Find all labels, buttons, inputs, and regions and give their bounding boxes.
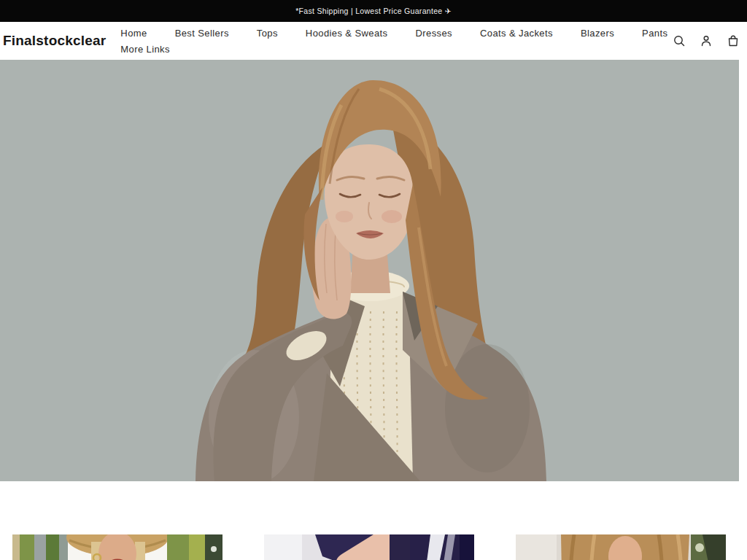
nav-link-coats-jackets[interactable]: Coats & Jackets	[480, 28, 553, 39]
product-card-3[interactable]	[516, 534, 726, 560]
main-nav: Home Best Sellers Tops Hoodies & Sweats …	[120, 25, 673, 57]
hero-image	[0, 60, 739, 481]
nav-link-home[interactable]: Home	[120, 28, 147, 39]
product-grid	[0, 534, 747, 560]
product-card-2[interactable]	[264, 534, 474, 560]
announcement-text: *Fast Shipping | Lowest Price Guarantee …	[295, 7, 452, 15]
product-image-2	[264, 534, 474, 560]
product-image-3	[516, 534, 726, 560]
nav-link-hoodies-sweats[interactable]: Hoodies & Sweats	[306, 28, 388, 39]
announcement-bar: *Fast Shipping | Lowest Price Guarantee …	[0, 0, 747, 22]
product-image-1	[12, 534, 222, 560]
cart-bag-icon[interactable]	[727, 34, 740, 47]
nav-row-secondary: More Links	[120, 41, 673, 57]
site-header: Finalstockclear Home Best Sellers Tops H…	[0, 22, 747, 60]
nav-link-more-links[interactable]: More Links	[120, 44, 170, 55]
hero-banner	[0, 60, 739, 481]
site-logo[interactable]: Finalstockclear	[3, 33, 106, 49]
product-card-1[interactable]	[12, 534, 222, 560]
nav-row-primary: Home Best Sellers Tops Hoodies & Sweats …	[120, 25, 673, 41]
account-icon[interactable]	[700, 34, 713, 47]
nav-link-dresses[interactable]: Dresses	[415, 28, 452, 39]
header-icons	[673, 34, 740, 47]
nav-link-pants[interactable]: Pants	[642, 28, 667, 39]
nav-link-blazers[interactable]: Blazers	[581, 28, 614, 39]
nav-link-best-sellers[interactable]: Best Sellers	[175, 28, 229, 39]
nav-link-tops[interactable]: Tops	[257, 28, 278, 39]
search-icon[interactable]	[673, 34, 686, 47]
